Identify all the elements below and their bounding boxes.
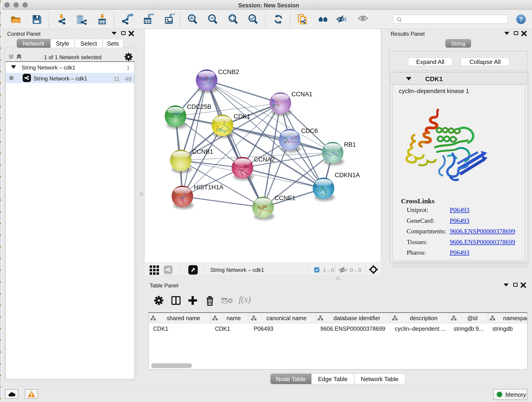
svg-text:CCNA1: CCNA1 [291, 91, 312, 98]
svg-text:CDC6: CDC6 [301, 128, 318, 134]
svg-text:CDKN1A: CDKN1A [335, 172, 360, 179]
svg-text:HIST1H1A: HIST1H1A [194, 184, 223, 191]
svg-text:CDK1: CDK1 [234, 113, 250, 120]
svg-text:CCNA2: CCNA2 [254, 156, 275, 163]
svg-text:CDC25B: CDC25B [187, 103, 211, 110]
svg-text:CCNB1: CCNB1 [192, 148, 213, 155]
svg-text:RB1: RB1 [344, 141, 356, 148]
svg-text:CCNB2: CCNB2 [218, 69, 239, 75]
svg-text:CCNE1: CCNE1 [274, 195, 296, 201]
